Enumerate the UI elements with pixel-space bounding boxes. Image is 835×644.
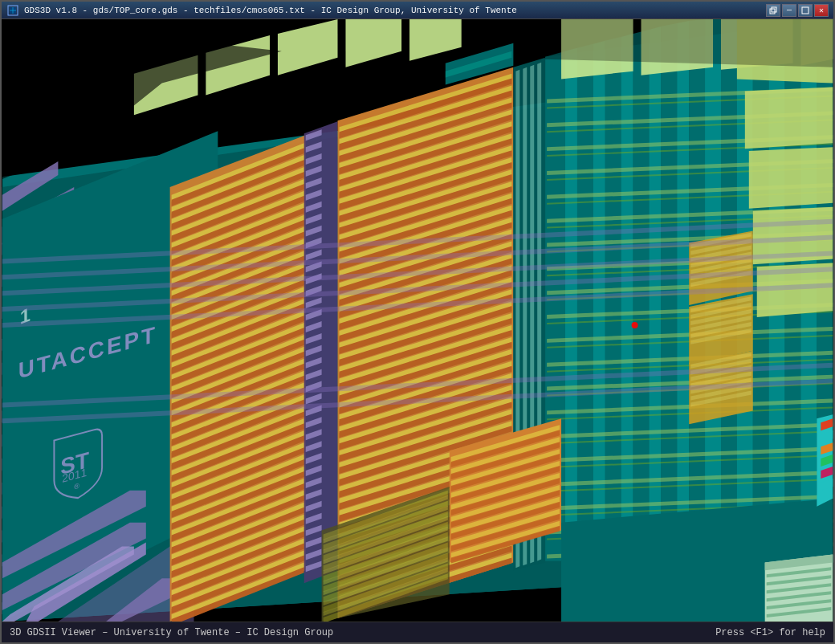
minimize-button[interactable]: — bbox=[782, 4, 796, 17]
svg-rect-6 bbox=[802, 7, 809, 14]
chip-visualization: 1 UTACCEPT ST ® 2011 bbox=[2, 19, 833, 622]
3d-viewport[interactable]: 1 UTACCEPT ST ® 2011 bbox=[2, 19, 833, 622]
svg-text:®: ® bbox=[74, 482, 79, 491]
svg-marker-318 bbox=[745, 88, 833, 149]
restore-button[interactable] bbox=[766, 4, 780, 17]
svg-marker-255 bbox=[621, 34, 633, 552]
close-button[interactable]: ✕ bbox=[814, 4, 829, 17]
statusbar: 3D GDSII Viewer – University of Twente –… bbox=[2, 622, 833, 642]
svg-marker-259 bbox=[677, 21, 689, 542]
svg-rect-4 bbox=[770, 9, 775, 14]
statusbar-left-text: 3D GDSII Viewer – University of Twente –… bbox=[10, 627, 333, 638]
window-title: GDS3D v1.8 - gds/TOP_core.gds - techfile… bbox=[24, 6, 766, 15]
svg-marker-258 bbox=[661, 23, 677, 544]
statusbar-right-text: Press <F1> for help bbox=[715, 627, 825, 638]
svg-rect-5 bbox=[772, 7, 776, 12]
svg-point-405 bbox=[632, 322, 638, 328]
titlebar: GDS3D v1.8 - gds/TOP_core.gds - techfile… bbox=[2, 2, 833, 19]
app-icon bbox=[6, 4, 19, 17]
application-window: GDS3D v1.8 - gds/TOP_core.gds - techfile… bbox=[0, 0, 835, 644]
window-controls[interactable]: — ✕ bbox=[766, 4, 829, 17]
maximize-button[interactable] bbox=[798, 4, 813, 17]
svg-marker-319 bbox=[749, 147, 833, 209]
